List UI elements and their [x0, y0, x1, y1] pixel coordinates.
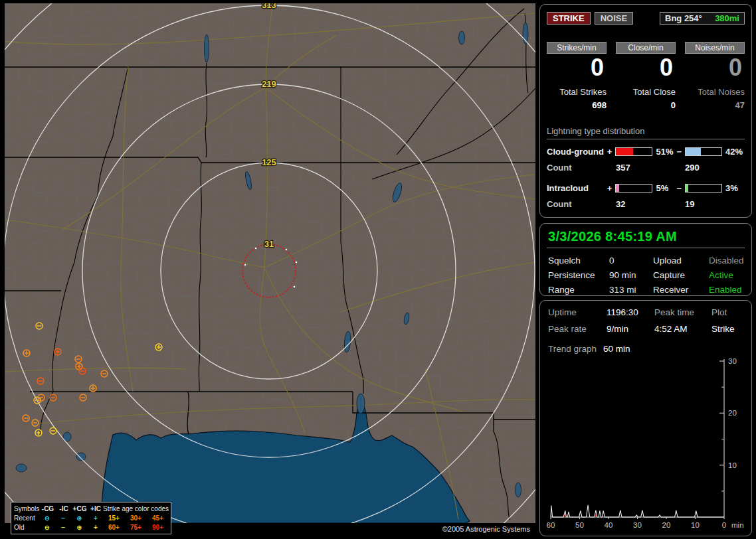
intracloud-row: Intracloud + 5% − 3%	[547, 183, 745, 193]
cg-positive-count: 357	[616, 163, 685, 173]
strikes-per-min-label: Strikes/min	[547, 42, 607, 54]
range-ring-label-31: 31	[264, 239, 274, 249]
cg-negative-pct: 42%	[724, 147, 745, 157]
ic-negative-count: 19	[685, 199, 694, 209]
cloud-ground-row: Cloud-ground + 51% − 42%	[547, 147, 745, 157]
svg-text:30: 30	[633, 521, 642, 529]
neg-cg-old-icon: ⊖	[39, 524, 56, 531]
ic-negative-bar	[685, 184, 722, 193]
cg-positive-pct: 51%	[654, 147, 675, 157]
noises-column: Noises/min 0 Total Noises 47	[685, 42, 745, 110]
age-15: 15+	[103, 514, 125, 522]
minus-sign: −	[675, 183, 683, 193]
range-value: 313 mi	[609, 285, 653, 295]
neg-ic-old-icon: −	[56, 524, 70, 531]
ic-positive-pct: 5%	[654, 183, 675, 193]
total-strikes-value: 698	[547, 100, 607, 110]
plus-sign: +	[606, 183, 614, 193]
pos-ic-old-icon: +	[88, 524, 103, 531]
trend-graph-label: Trend graph	[548, 344, 597, 354]
plus-sign: +	[606, 147, 614, 157]
close-per-min-value: 0	[616, 56, 676, 80]
age-90: 90+	[147, 524, 169, 531]
cloud-ground-count-row: Count 357 290	[547, 163, 745, 173]
trend-graph-window: 60 min	[603, 344, 630, 354]
svg-text:50: 50	[575, 521, 584, 529]
total-strikes-label: Total Strikes	[547, 87, 607, 97]
svg-text:60: 60	[547, 521, 555, 529]
legend-header-row: Symbols -CG -IC +CG +IC Strike age color…	[14, 504, 169, 513]
minus-sign: −	[675, 147, 683, 157]
peak-time-value: 4:52 AM	[654, 324, 711, 334]
legend-age-header: Strike age color codes	[103, 505, 169, 512]
peak-time-label: Peak time	[654, 307, 711, 317]
close-column: Close/min 0 Total Close 0	[616, 42, 676, 110]
neg-cg-recent-icon: ⊖	[39, 514, 56, 522]
strike-button[interactable]: STRIKE	[547, 12, 591, 25]
svg-text:20: 20	[728, 409, 737, 417]
intracloud-label: Intracloud	[547, 183, 606, 193]
age-60: 60+	[103, 524, 125, 531]
trend-graph: 1020306050403020100min	[540, 301, 753, 536]
svg-text:20: 20	[662, 521, 671, 529]
intracloud-count-row: Count 32 19	[547, 199, 745, 209]
svg-text:10: 10	[728, 461, 737, 469]
svg-text:0: 0	[722, 521, 726, 529]
svg-text:40: 40	[605, 521, 613, 529]
svg-text:10: 10	[691, 521, 700, 529]
age-45: 45+	[147, 514, 169, 522]
map-legend: Symbols -CG -IC +CG +IC Strike age color…	[11, 502, 171, 534]
bearing-value: Bng 254°	[665, 13, 702, 23]
total-noises-label: Total Noises	[685, 87, 745, 97]
range-ring-label-125: 125	[262, 157, 276, 167]
plot-label: Plot	[711, 307, 745, 317]
ic-negative-pct: 3%	[724, 183, 745, 193]
age-30: 30+	[125, 514, 147, 522]
legend-col-pos-cg: +CG	[71, 505, 88, 512]
neg-ic-recent-icon: −	[56, 514, 70, 522]
legend-old-label: Old	[14, 524, 39, 531]
ic-positive-bar	[615, 184, 652, 193]
bearing-readout: Bng 254° 380mi	[660, 12, 745, 25]
total-close-value: 0	[616, 100, 676, 110]
age-75: 75+	[125, 524, 147, 531]
bearing-distance: 380mi	[715, 13, 739, 23]
capture-label: Capture	[653, 270, 709, 280]
noises-per-min-value: 0	[685, 56, 745, 80]
cg-negative-count: 290	[685, 163, 700, 173]
peak-rate-value: 9/min	[607, 324, 654, 334]
uptime-value: 1196:30	[607, 307, 654, 317]
close-per-min-label: Close/min	[616, 42, 676, 54]
pos-cg-recent-icon: ⊕	[70, 514, 88, 522]
strikes-per-min-value: 0	[547, 56, 607, 80]
trend-panel: Uptime 1196:30 Peak time Plot Peak rate …	[539, 300, 752, 536]
capture-status: Active	[709, 270, 745, 280]
receiver-status: Enabled	[709, 285, 745, 295]
status-panel: 3/3/2026 8:45:19 AM Squelch 0 Upload Dis…	[539, 223, 752, 296]
cg-positive-bar	[615, 147, 652, 156]
upload-label: Upload	[653, 256, 709, 266]
cloud-ground-label: Cloud-ground	[547, 147, 606, 157]
ic-positive-count: 32	[616, 199, 685, 209]
noise-button[interactable]: NOISE	[595, 12, 633, 25]
strike-map[interactable]: 31125219313	[5, 3, 535, 523]
pos-cg-old-icon: ⊕	[70, 524, 88, 531]
receiver-label: Receiver	[653, 285, 709, 295]
peak-rate-label: Peak rate	[548, 324, 607, 334]
count-label: Count	[547, 199, 616, 209]
plot-value: Strike	[711, 324, 745, 334]
legend-recent-row: Recent ⊖ − ⊕ + 15+ 30+ 45+	[14, 513, 169, 522]
legend-col-pos-ic: +IC	[88, 505, 103, 512]
strike-counters-panel: STRIKE NOISE Bng 254° 380mi Strikes/min …	[539, 4, 752, 218]
squelch-label: Squelch	[548, 256, 609, 266]
svg-text:min: min	[731, 521, 744, 529]
uptime-label: Uptime	[548, 307, 607, 317]
legend-col-neg-ic: -IC	[56, 505, 71, 512]
cg-negative-bar	[685, 147, 722, 156]
distribution-title: Lightning type distribution	[547, 126, 745, 139]
persistence-value: 90 min	[609, 270, 653, 280]
legend-old-row: Old ⊖ − ⊕ + 60+ 75+ 90+	[14, 522, 169, 532]
total-noises-value: 47	[685, 100, 745, 110]
legend-col-neg-cg: -CG	[39, 505, 56, 512]
datetime-display: 3/3/2026 8:45:19 AM	[547, 228, 745, 248]
